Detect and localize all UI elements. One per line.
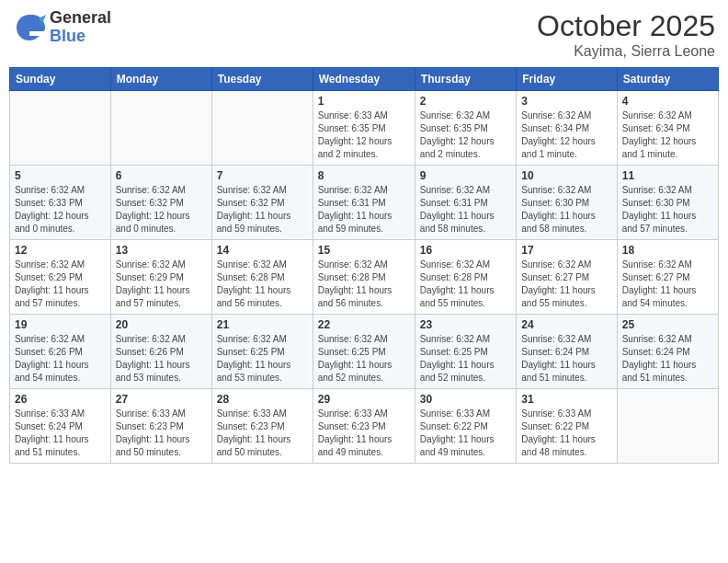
day-info: Sunrise: 6:32 AM Sunset: 6:34 PM Dayligh…: [622, 109, 713, 161]
location-title: Kayima, Sierra Leone: [537, 43, 715, 60]
calendar-cell: [211, 91, 313, 166]
day-info: Sunrise: 6:33 AM Sunset: 6:24 PM Dayligh…: [15, 408, 106, 459]
day-info: Sunrise: 6:32 AM Sunset: 6:32 PM Dayligh…: [116, 184, 207, 236]
day-number: 12: [15, 244, 106, 257]
day-number: 4: [622, 95, 713, 108]
calendar-cell: 30Sunrise: 6:33 AM Sunset: 6:22 PM Dayli…: [415, 389, 516, 464]
day-info: Sunrise: 6:32 AM Sunset: 6:31 PM Dayligh…: [420, 184, 511, 236]
day-number: 16: [420, 244, 511, 257]
calendar-cell: 22Sunrise: 6:32 AM Sunset: 6:25 PM Dayli…: [313, 315, 415, 389]
day-info: Sunrise: 6:32 AM Sunset: 6:30 PM Dayligh…: [622, 184, 713, 236]
calendar-cell: 14Sunrise: 6:32 AM Sunset: 6:28 PM Dayli…: [211, 240, 313, 315]
day-number: 18: [622, 244, 713, 257]
day-info: Sunrise: 6:33 AM Sunset: 6:35 PM Dayligh…: [318, 109, 410, 161]
day-info: Sunrise: 6:32 AM Sunset: 6:28 PM Dayligh…: [217, 259, 308, 310]
calendar-cell: 18Sunrise: 6:32 AM Sunset: 6:27 PM Dayli…: [617, 240, 718, 315]
calendar-cell: 15Sunrise: 6:32 AM Sunset: 6:28 PM Dayli…: [313, 240, 415, 315]
day-number: 3: [521, 95, 611, 108]
day-number: 27: [116, 393, 207, 406]
calendar-cell: 26Sunrise: 6:33 AM Sunset: 6:24 PM Dayli…: [10, 389, 111, 464]
day-number: 14: [217, 244, 308, 257]
day-info: Sunrise: 6:32 AM Sunset: 6:25 PM Dayligh…: [420, 333, 511, 385]
day-info: Sunrise: 6:32 AM Sunset: 6:27 PM Dayligh…: [521, 259, 611, 310]
day-info: Sunrise: 6:32 AM Sunset: 6:26 PM Dayligh…: [116, 333, 207, 385]
calendar-cell: 17Sunrise: 6:32 AM Sunset: 6:27 PM Dayli…: [517, 240, 617, 315]
day-info: Sunrise: 6:32 AM Sunset: 6:25 PM Dayligh…: [217, 333, 308, 385]
day-number: 9: [420, 169, 511, 182]
day-number: 25: [622, 318, 713, 331]
day-info: Sunrise: 6:32 AM Sunset: 6:34 PM Dayligh…: [521, 109, 611, 161]
calendar-cell: 29Sunrise: 6:33 AM Sunset: 6:23 PM Dayli…: [313, 389, 415, 464]
day-info: Sunrise: 6:33 AM Sunset: 6:23 PM Dayligh…: [116, 408, 207, 459]
calendar-cell: 19Sunrise: 6:32 AM Sunset: 6:26 PM Dayli…: [10, 315, 111, 389]
day-number: 15: [318, 244, 410, 257]
calendar-cell: 24Sunrise: 6:32 AM Sunset: 6:24 PM Dayli…: [517, 315, 617, 389]
day-number: 6: [116, 169, 207, 182]
calendar-cell: 9Sunrise: 6:32 AM Sunset: 6:31 PM Daylig…: [415, 166, 516, 240]
weekday-header-row: SundayMondayTuesdayWednesdayThursdayFrid…: [10, 68, 719, 91]
day-number: 7: [217, 169, 308, 182]
calendar-cell: 13Sunrise: 6:32 AM Sunset: 6:29 PM Dayli…: [110, 240, 211, 315]
day-info: Sunrise: 6:32 AM Sunset: 6:29 PM Dayligh…: [15, 259, 106, 310]
day-info: Sunrise: 6:33 AM Sunset: 6:23 PM Dayligh…: [318, 408, 410, 459]
calendar-cell: 5Sunrise: 6:32 AM Sunset: 6:33 PM Daylig…: [10, 166, 111, 240]
day-info: Sunrise: 6:32 AM Sunset: 6:27 PM Dayligh…: [622, 259, 713, 310]
calendar-cell: 12Sunrise: 6:32 AM Sunset: 6:29 PM Dayli…: [10, 240, 111, 315]
calendar-week-1: 5Sunrise: 6:32 AM Sunset: 6:33 PM Daylig…: [10, 166, 719, 240]
calendar-table: SundayMondayTuesdayWednesdayThursdayFrid…: [9, 67, 719, 464]
day-number: 5: [15, 169, 106, 182]
day-info: Sunrise: 6:32 AM Sunset: 6:32 PM Dayligh…: [217, 184, 308, 236]
calendar-cell: 20Sunrise: 6:32 AM Sunset: 6:26 PM Dayli…: [110, 315, 211, 389]
day-number: 26: [15, 393, 106, 406]
weekday-header-saturday: Saturday: [617, 68, 718, 91]
day-number: 30: [420, 393, 511, 406]
day-number: 21: [217, 318, 308, 331]
day-info: Sunrise: 6:32 AM Sunset: 6:28 PM Dayligh…: [420, 259, 511, 310]
day-number: 28: [217, 393, 308, 406]
calendar-cell: 25Sunrise: 6:32 AM Sunset: 6:24 PM Dayli…: [617, 315, 718, 389]
calendar-cell: [617, 389, 718, 464]
day-number: 24: [521, 318, 611, 331]
day-info: Sunrise: 6:32 AM Sunset: 6:24 PM Dayligh…: [622, 333, 713, 385]
day-number: 11: [622, 169, 713, 182]
day-number: 19: [15, 318, 106, 331]
month-title: October 2025: [537, 9, 715, 43]
calendar-cell: [110, 91, 211, 166]
weekday-header-monday: Monday: [110, 68, 211, 91]
day-info: Sunrise: 6:32 AM Sunset: 6:26 PM Dayligh…: [15, 333, 106, 385]
calendar-cell: [10, 91, 111, 166]
day-info: Sunrise: 6:32 AM Sunset: 6:25 PM Dayligh…: [318, 333, 410, 385]
calendar-week-0: 1Sunrise: 6:33 AM Sunset: 6:35 PM Daylig…: [10, 91, 719, 166]
calendar-cell: 23Sunrise: 6:32 AM Sunset: 6:25 PM Dayli…: [415, 315, 516, 389]
page-header: General Blue October 2025 Kayima, Sierra…: [9, 9, 719, 60]
day-number: 20: [116, 318, 207, 331]
logo: General Blue: [13, 9, 111, 46]
calendar-cell: 2Sunrise: 6:32 AM Sunset: 6:35 PM Daylig…: [415, 91, 516, 166]
calendar-cell: 28Sunrise: 6:33 AM Sunset: 6:23 PM Dayli…: [211, 389, 313, 464]
day-info: Sunrise: 6:33 AM Sunset: 6:23 PM Dayligh…: [217, 408, 308, 459]
day-number: 22: [318, 318, 410, 331]
day-number: 8: [318, 169, 410, 182]
calendar-cell: 27Sunrise: 6:33 AM Sunset: 6:23 PM Dayli…: [110, 389, 211, 464]
calendar-cell: 7Sunrise: 6:32 AM Sunset: 6:32 PM Daylig…: [211, 166, 313, 240]
weekday-header-tuesday: Tuesday: [211, 68, 313, 91]
weekday-header-thursday: Thursday: [415, 68, 516, 91]
day-info: Sunrise: 6:32 AM Sunset: 6:29 PM Dayligh…: [116, 259, 207, 310]
day-number: 23: [420, 318, 511, 331]
calendar-cell: 21Sunrise: 6:32 AM Sunset: 6:25 PM Dayli…: [211, 315, 313, 389]
logo-icon: [13, 11, 46, 44]
calendar-cell: 4Sunrise: 6:32 AM Sunset: 6:34 PM Daylig…: [617, 91, 718, 166]
calendar-week-2: 12Sunrise: 6:32 AM Sunset: 6:29 PM Dayli…: [10, 240, 719, 315]
calendar-cell: 1Sunrise: 6:33 AM Sunset: 6:35 PM Daylig…: [313, 91, 415, 166]
day-info: Sunrise: 6:33 AM Sunset: 6:22 PM Dayligh…: [521, 408, 611, 459]
day-info: Sunrise: 6:32 AM Sunset: 6:30 PM Dayligh…: [521, 184, 611, 236]
calendar-cell: 6Sunrise: 6:32 AM Sunset: 6:32 PM Daylig…: [110, 166, 211, 240]
day-info: Sunrise: 6:32 AM Sunset: 6:35 PM Dayligh…: [420, 109, 511, 161]
weekday-header-sunday: Sunday: [10, 68, 111, 91]
calendar-week-3: 19Sunrise: 6:32 AM Sunset: 6:26 PM Dayli…: [10, 315, 719, 389]
day-info: Sunrise: 6:32 AM Sunset: 6:31 PM Dayligh…: [318, 184, 410, 236]
day-number: 1: [318, 95, 410, 108]
calendar-cell: 11Sunrise: 6:32 AM Sunset: 6:30 PM Dayli…: [617, 166, 718, 240]
calendar-cell: 10Sunrise: 6:32 AM Sunset: 6:30 PM Dayli…: [517, 166, 617, 240]
day-number: 31: [521, 393, 611, 406]
